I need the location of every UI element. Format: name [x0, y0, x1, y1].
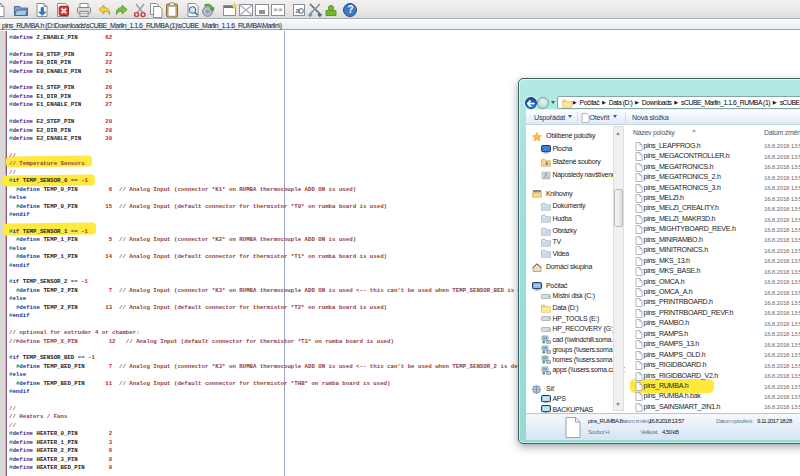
svg-text:?: ?	[347, 4, 353, 15]
